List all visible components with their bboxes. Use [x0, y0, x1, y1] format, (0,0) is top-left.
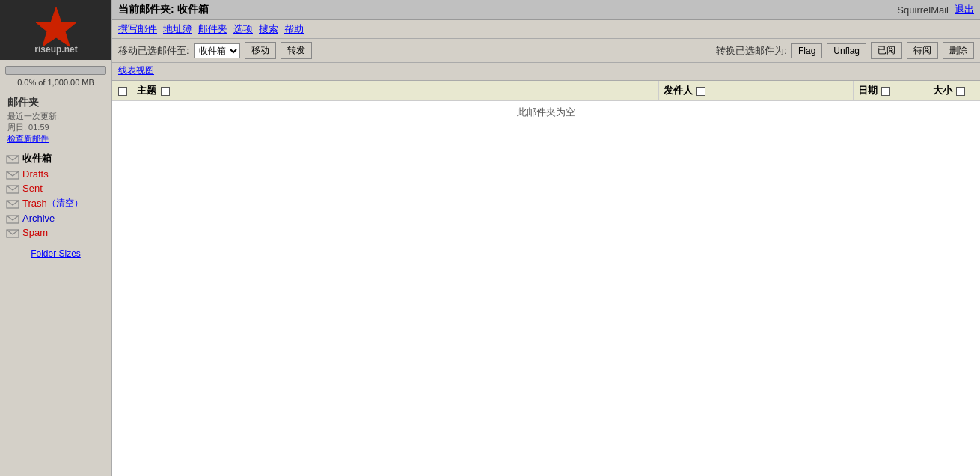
folder-item-archive[interactable]: Archive [0, 211, 111, 225]
subject-sort-checkbox[interactable] [161, 87, 170, 96]
top-bar: 当前邮件夹: 收件箱 SquirrelMail 退出 [112, 0, 980, 20]
nav-help[interactable]: 帮助 [284, 22, 304, 36]
table-header-row: 主题 发件人 日期 大小 [112, 81, 980, 101]
last-update-label: 最近一次更新: [7, 111, 59, 122]
archive-icon [6, 213, 19, 224]
main-content: 当前邮件夹: 收件箱 SquirrelMail 退出 撰写邮件 地址簿 邮件夹 … [112, 0, 980, 476]
folder-sizes-link[interactable]: Folder Sizes [31, 248, 81, 259]
folder-item-sent[interactable]: Sent [0, 181, 111, 195]
th-date[interactable]: 日期 [853, 81, 928, 101]
toolbar-right: 转换已选邮件为: Flag Unflag 已阅 待阅 删除 [716, 42, 974, 59]
delete-button[interactable]: 删除 [943, 42, 974, 59]
storage-bar [5, 66, 105, 75]
svg-marker-0 [36, 7, 76, 46]
spam-icon [6, 228, 19, 238]
th-sender[interactable]: 发件人 [658, 81, 853, 101]
subject-label: 主题 [137, 85, 156, 96]
archive-link[interactable]: Archive [22, 213, 55, 224]
unread-button[interactable]: 待阅 [907, 42, 938, 59]
logo-area: riseup.net [0, 0, 111, 60]
mail-table-area: 主题 发件人 日期 大小 [112, 81, 980, 476]
logout-link[interactable]: 退出 [955, 3, 974, 16]
folder-item-drafts[interactable]: Drafts [0, 167, 111, 181]
toolbar: 移动已选邮件至: 收件箱 移动 转发 转换已选邮件为: Flag Unflag … [112, 39, 980, 63]
riseup-logo: riseup.net [15, 4, 97, 56]
date-label: 日期 [858, 85, 878, 96]
nav-bar: 撰写邮件 地址簿 邮件夹 选项 搜索 帮助 [112, 20, 980, 39]
drafts-link[interactable]: Drafts [22, 168, 49, 180]
folder-list: 收件箱 Drafts Sent Trash （清空） [0, 149, 111, 241]
th-checkbox [112, 81, 132, 101]
thread-view-link[interactable]: 线表视图 [118, 65, 154, 76]
squirrelmail-label: SquirrelMail [897, 4, 949, 16]
sidebar: riseup.net 0.0% of 1,000.00 MB 邮件夹 最近一次更… [0, 0, 112, 476]
check-new-mail-link[interactable]: 检查新邮件 [7, 133, 49, 144]
current-folder-prefix: 当前邮件夹: [118, 3, 177, 15]
nav-folders[interactable]: 邮件夹 [198, 22, 227, 36]
nav-compose[interactable]: 撰写邮件 [118, 22, 157, 36]
unflag-button[interactable]: Unflag [827, 43, 866, 58]
inbox-icon [6, 153, 19, 164]
size-sort-checkbox[interactable] [956, 87, 965, 96]
toolbar-left: 移动已选邮件至: 收件箱 移动 转发 [118, 42, 312, 59]
flag-button[interactable]: Flag [791, 43, 822, 58]
sender-sort-checkbox[interactable] [696, 87, 705, 96]
select-all-checkbox[interactable] [118, 87, 127, 96]
empty-message: 此邮件夹为空 [112, 101, 980, 124]
trash-empty-label[interactable]: （清空） [47, 197, 83, 210]
sender-label: 发件人 [664, 85, 693, 96]
nav-options[interactable]: 选项 [233, 22, 253, 36]
svg-text:riseup.net: riseup.net [34, 44, 77, 55]
move-button[interactable]: 移动 [245, 42, 276, 59]
sent-icon [6, 183, 19, 194]
move-label: 移动已选邮件至: [118, 44, 189, 58]
th-subject[interactable]: 主题 [132, 81, 659, 101]
nav-address[interactable]: 地址簿 [163, 22, 192, 36]
size-label: 大小 [933, 85, 952, 96]
trash-icon [6, 198, 19, 209]
date-sort-checkbox[interactable] [881, 87, 890, 96]
folder-item-inbox[interactable]: 收件箱 [0, 150, 111, 167]
read-button[interactable]: 已阅 [871, 42, 902, 59]
top-right: SquirrelMail 退出 [897, 3, 974, 16]
empty-row: 此邮件夹为空 [112, 101, 980, 124]
toolbar2: 线表视图 [112, 63, 980, 81]
drafts-icon [6, 169, 19, 180]
folder-item-spam[interactable]: Spam [0, 225, 111, 239]
mailbox-section-title: 邮件夹 [7, 96, 39, 109]
current-folder-title: 当前邮件夹: 收件箱 [118, 3, 209, 16]
forward-button[interactable]: 转发 [281, 42, 312, 59]
sent-link[interactable]: Sent [22, 183, 43, 194]
last-update-value: 周日, 01:59 [7, 122, 49, 133]
trash-link[interactable]: Trash [22, 198, 47, 209]
transform-label: 转换已选邮件为: [716, 44, 787, 58]
storage-label: 0.0% of 1,000.00 MB [17, 78, 94, 87]
current-folder-name: 收件箱 [177, 3, 209, 15]
nav-search[interactable]: 搜索 [259, 22, 278, 36]
th-size[interactable]: 大小 [928, 81, 980, 101]
folder-item-trash[interactable]: Trash （清空） [0, 195, 111, 211]
spam-link[interactable]: Spam [22, 227, 48, 238]
folder-select[interactable]: 收件箱 [194, 43, 240, 58]
mail-table: 主题 发件人 日期 大小 [112, 81, 980, 123]
inbox-link[interactable]: 收件箱 [22, 152, 52, 165]
